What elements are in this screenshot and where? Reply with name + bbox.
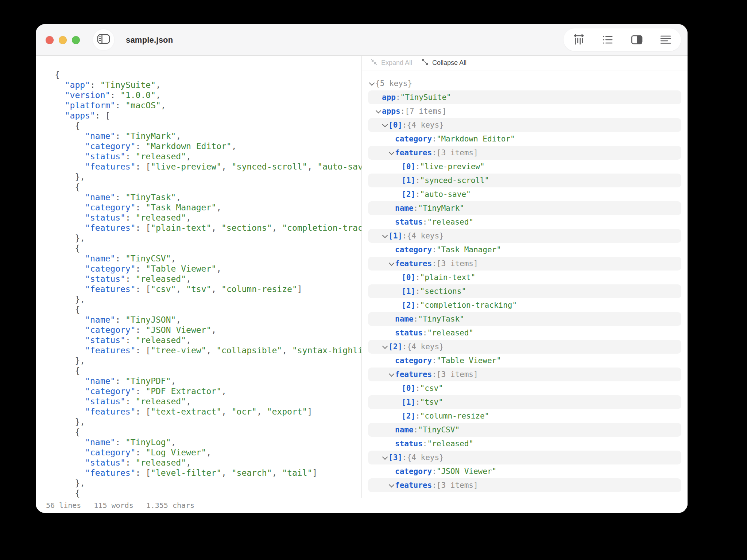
- tree-value: "live-preview": [420, 162, 485, 171]
- tree-row[interactable]: [2]: "auto-save": [368, 187, 681, 201]
- tree-colon: :: [432, 370, 437, 379]
- tree-row[interactable]: [2]: "completion-tracking": [368, 298, 681, 312]
- tree-key: [2]: [388, 342, 402, 351]
- code-line: "category": "Table Viewer",: [55, 264, 362, 274]
- tree-key: [0]: [402, 384, 415, 393]
- tree-colon: :: [423, 439, 427, 448]
- tree-row[interactable]: {5 keys}: [368, 77, 681, 90]
- tree-key: category: [395, 467, 432, 476]
- tree-value: "TinyCSV": [418, 425, 460, 434]
- tree-row[interactable]: category: "JSON Viewer": [368, 464, 681, 478]
- tree-row[interactable]: [1]: "synced-scroll": [368, 174, 681, 187]
- tree-row[interactable]: [0]: {4 keys}: [368, 118, 681, 132]
- collapse-all-button[interactable]: Collapse All: [421, 58, 467, 68]
- code-line: "features": ["text-extract", "ocr", "exp…: [55, 407, 362, 417]
- tree-key: features: [395, 370, 432, 379]
- code-line: {: [55, 488, 362, 498]
- code-line: "status": "released",: [55, 335, 362, 345]
- tree-value: "Task Manager": [437, 245, 501, 254]
- tree-colon: :: [402, 342, 407, 351]
- tree-row[interactable]: [0]: "plain-text": [368, 271, 681, 284]
- tree-key: category: [395, 245, 432, 254]
- tree-key: [0]: [402, 273, 415, 282]
- json-tree-pane: Expand All Collapse All {5 keys}app: "Ti…: [362, 56, 688, 513]
- tree-colon: :: [402, 121, 407, 129]
- tree-key: [3]: [388, 453, 402, 462]
- code-line: "features": ["plain-text", "sections", "…: [55, 223, 362, 233]
- tree-value: "released": [427, 328, 473, 337]
- close-button[interactable]: [46, 36, 54, 44]
- tree-key: features: [395, 259, 432, 268]
- tree-row[interactable]: [1]: "sections": [368, 284, 681, 298]
- code-line: },: [55, 294, 362, 304]
- tree-colon: :: [423, 328, 427, 337]
- tree-row[interactable]: status: "released": [368, 215, 681, 229]
- code-line: {: [55, 243, 362, 253]
- code-line: },: [55, 355, 362, 366]
- tree-key: name: [395, 204, 414, 213]
- code-line: "app": "TinySuite",: [55, 80, 362, 90]
- expand-all-label: Expand All: [381, 59, 412, 67]
- expand-all-button[interactable]: Expand All: [370, 58, 412, 68]
- tree-row[interactable]: app: "TinySuite": [368, 90, 681, 104]
- tree-row[interactable]: category: "Task Manager": [368, 243, 681, 257]
- tree-meta: [3 items]: [437, 370, 478, 379]
- tree-key: category: [395, 135, 432, 143]
- tree-row[interactable]: category: "Markdown Editor": [368, 132, 681, 146]
- code-lines: { "app": "TinySuite", "version": "1.0.0"…: [55, 70, 362, 498]
- tree-colon: :: [432, 148, 437, 157]
- tree-row[interactable]: name: "TinyCSV": [368, 423, 681, 437]
- tree-row[interactable]: [0]: "csv": [368, 381, 681, 395]
- code-line: "status": "released",: [55, 274, 362, 284]
- tree-meta: [3 items]: [437, 148, 478, 157]
- text-lines-icon[interactable]: [659, 33, 672, 46]
- status-bar: 56 lines 115 words 1.355 chars: [36, 498, 688, 513]
- sidebar-icon: [97, 33, 111, 46]
- bullet-list-icon[interactable]: [601, 33, 614, 46]
- zoom-button[interactable]: [72, 36, 80, 44]
- tree-key: status: [395, 439, 423, 448]
- tree-value: "TinySuite": [400, 93, 451, 102]
- tree-row[interactable]: features: [3 items]: [368, 146, 681, 160]
- tree-rows: {5 keys}app: "TinySuite"apps: [7 items][…: [362, 77, 688, 492]
- tree-row[interactable]: [2]: {4 keys}: [368, 340, 681, 354]
- tree-row[interactable]: [1]: {4 keys}: [368, 229, 681, 243]
- code-line: {: [55, 427, 362, 437]
- toggle-sidebar-button[interactable]: [93, 29, 114, 50]
- tree-row[interactable]: status: "released": [368, 437, 681, 451]
- split-view-icon[interactable]: [630, 33, 643, 46]
- tree-colon: :: [415, 412, 420, 420]
- tree-colon: :: [415, 301, 420, 310]
- tree-key: app: [382, 93, 396, 102]
- tree-row[interactable]: [2]: "column-resize": [368, 409, 681, 423]
- tree-colon: :: [432, 356, 437, 365]
- tree-row[interactable]: [3]: {4 keys}: [368, 451, 681, 464]
- tree-row[interactable]: category: "Table Viewer": [368, 354, 681, 368]
- code-line: },: [55, 172, 362, 182]
- tree-row[interactable]: status: "released": [368, 326, 681, 340]
- tree-row[interactable]: name: "TinyMark": [368, 201, 681, 215]
- json-source-editor[interactable]: { "app": "TinySuite", "version": "1.0.0"…: [36, 56, 362, 498]
- tree-colon: :: [432, 135, 437, 143]
- tree-row[interactable]: features: [3 items]: [368, 478, 681, 492]
- tree-value: "auto-save": [420, 190, 471, 199]
- expand-all-icon: [370, 58, 378, 68]
- tree-key: [1]: [402, 287, 415, 296]
- tree-row[interactable]: [0]: "live-preview": [368, 160, 681, 174]
- tree-row[interactable]: features: [3 items]: [368, 368, 681, 381]
- code-line: },: [55, 417, 362, 427]
- tree-row[interactable]: [1]: "tsv": [368, 395, 681, 409]
- code-line: "features": ["level-filter", "search", "…: [55, 468, 362, 478]
- window-title: sample.json: [126, 24, 173, 56]
- minimize-button[interactable]: [59, 36, 67, 44]
- tree-value: "completion-tracking": [420, 301, 517, 310]
- tree-row[interactable]: features: [3 items]: [368, 257, 681, 271]
- tree-row[interactable]: apps: [7 items]: [368, 104, 681, 118]
- tree-key: status: [395, 328, 423, 337]
- code-line: "features": ["live-preview", "synced-scr…: [55, 162, 362, 172]
- tree-row[interactable]: name: "TinyTask": [368, 312, 681, 326]
- tree-meta: [3 items]: [437, 259, 478, 268]
- adjust-column-width-icon[interactable]: [572, 33, 585, 46]
- code-line: "category": "Log Viewer",: [55, 447, 362, 458]
- code-line: "name": "TinyJSON",: [55, 315, 362, 325]
